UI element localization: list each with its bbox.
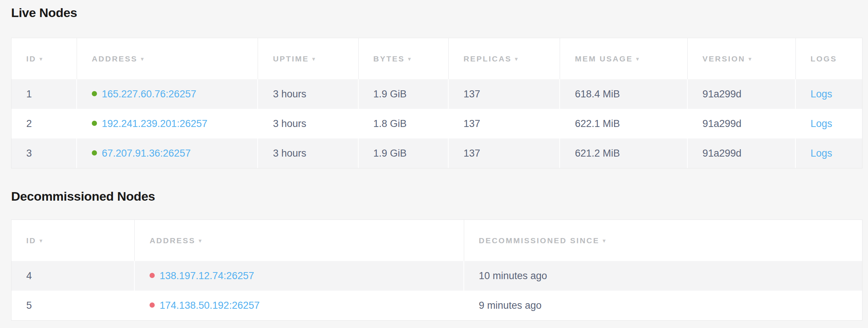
table-row: 2 192.241.239.201:26257 3 hours 1.8 GiB … <box>11 109 862 138</box>
node-id-cell: 5 <box>11 291 135 320</box>
column-header-label: BYTES <box>373 54 405 63</box>
node-version-cell: 91a299d <box>688 79 796 109</box>
sort-arrow-icon: ▾ <box>40 56 42 62</box>
node-address-link[interactable]: 192.241.239.201:26257 <box>102 118 207 129</box>
node-replicas-cell: 137 <box>449 138 560 168</box>
column-header-label: DECOMMISSIONED SINCE <box>479 236 600 245</box>
node-replicas-cell: 137 <box>449 79 560 109</box>
node-mem-usage-cell: 621.2 MiB <box>560 138 688 168</box>
node-uptime-cell: 3 hours <box>258 79 358 109</box>
node-replicas-cell: 137 <box>449 109 560 138</box>
table-row: 5 174.138.50.192:26257 9 minutes ago <box>11 291 862 320</box>
node-mem-usage-cell: 622.1 MiB <box>560 109 688 138</box>
decommissioned-nodes-title: Decommissioned Nodes <box>11 189 862 204</box>
node-bytes-cell: 1.9 GiB <box>359 138 449 168</box>
node-logs-link[interactable]: Logs <box>811 88 832 100</box>
sort-arrow-icon: ▾ <box>141 56 144 62</box>
node-logs-cell: Logs <box>796 109 862 138</box>
node-address-link[interactable]: 67.207.91.36:26257 <box>102 148 191 159</box>
column-header-decommissioned-since[interactable]: DECOMMISSIONED SINCE▾ <box>464 220 862 261</box>
node-id-cell: 2 <box>11 109 77 138</box>
table-row: 1 165.227.60.76:26257 3 hours 1.9 GiB 13… <box>11 79 862 109</box>
node-version-cell: 91a299d <box>688 109 796 138</box>
live-nodes-table: ID▾ ADDRESS▾ UPTIME▾ BYTES▾ REPLICAS▾ ME… <box>11 38 862 168</box>
node-id-cell: 4 <box>11 261 135 291</box>
node-bytes-cell: 1.8 GiB <box>359 109 449 138</box>
column-header-version[interactable]: VERSION▾ <box>688 38 796 79</box>
sort-arrow-icon: ▾ <box>408 56 411 62</box>
node-logs-cell: Logs <box>796 79 862 109</box>
sort-arrow-icon: ▾ <box>199 238 201 244</box>
column-header-label: REPLICAS <box>463 54 512 63</box>
node-bytes-cell: 1.9 GiB <box>359 79 449 109</box>
node-address-cell: 67.207.91.36:26257 <box>77 138 258 168</box>
node-logs-cell: Logs <box>796 138 862 168</box>
column-header-label: VERSION <box>703 54 745 63</box>
column-header-label: ID <box>26 236 36 245</box>
node-address-cell: 192.241.239.201:26257 <box>77 109 258 138</box>
node-address-link[interactable]: 165.227.60.76:26257 <box>102 88 196 100</box>
decommissioned-status-dot-icon <box>150 302 155 308</box>
column-header-replicas[interactable]: REPLICAS▾ <box>449 38 560 79</box>
column-header-label: UPTIME <box>273 54 309 63</box>
node-uptime-cell: 3 hours <box>258 109 358 138</box>
live-nodes-title: Live Nodes <box>11 0 862 20</box>
node-uptime-cell: 3 hours <box>258 138 358 168</box>
table-row: 3 67.207.91.36:26257 3 hours 1.9 GiB 137… <box>11 138 862 168</box>
sort-arrow-icon: ▾ <box>515 56 517 62</box>
column-header-address[interactable]: ADDRESS▾ <box>135 220 464 261</box>
decommissioned-since-cell: 9 minutes ago <box>464 291 862 320</box>
node-address-cell: 174.138.50.192:26257 <box>135 291 464 320</box>
sort-arrow-icon: ▾ <box>748 56 751 62</box>
column-header-label: MEM USAGE <box>575 54 633 63</box>
live-status-dot-icon <box>92 150 97 155</box>
live-nodes-header-row: ID▾ ADDRESS▾ UPTIME▾ BYTES▾ REPLICAS▾ ME… <box>11 38 862 79</box>
node-mem-usage-cell: 618.4 MiB <box>560 79 688 109</box>
sort-arrow-icon: ▾ <box>40 238 42 244</box>
column-header-id[interactable]: ID▾ <box>11 220 135 261</box>
column-header-id[interactable]: ID▾ <box>11 38 77 79</box>
column-header-label: LOGS <box>811 54 837 63</box>
decommissioned-nodes-header-row: ID▾ ADDRESS▾ DECOMMISSIONED SINCE▾ <box>11 220 862 261</box>
column-header-uptime[interactable]: UPTIME▾ <box>258 38 358 79</box>
column-header-logs: LOGS <box>796 38 862 79</box>
table-row: 4 138.197.12.74:26257 10 minutes ago <box>11 261 862 291</box>
live-status-dot-icon <box>92 91 97 96</box>
node-address-link[interactable]: 138.197.12.74:26257 <box>160 270 254 281</box>
column-header-label: ID <box>26 54 36 63</box>
decommissioned-nodes-table: ID▾ ADDRESS▾ DECOMMISSIONED SINCE▾ 4 138… <box>11 220 862 321</box>
sort-arrow-icon: ▾ <box>636 56 639 62</box>
column-header-label: ADDRESS <box>150 236 195 245</box>
column-header-mem-usage[interactable]: MEM USAGE▾ <box>560 38 688 79</box>
sort-arrow-icon: ▾ <box>603 238 606 244</box>
node-address-cell: 138.197.12.74:26257 <box>135 261 464 291</box>
column-header-address[interactable]: ADDRESS▾ <box>77 38 258 79</box>
node-version-cell: 91a299d <box>688 138 796 168</box>
node-logs-link[interactable]: Logs <box>811 118 832 129</box>
decommissioned-nodes-section: Decommissioned Nodes ID▾ ADDRESS▾ DECOMM… <box>11 189 862 321</box>
decommissioned-status-dot-icon <box>150 273 155 278</box>
column-header-bytes[interactable]: BYTES▾ <box>359 38 449 79</box>
node-logs-link[interactable]: Logs <box>811 148 832 159</box>
node-id-cell: 1 <box>11 79 77 109</box>
decommissioned-since-cell: 10 minutes ago <box>464 261 862 291</box>
node-address-cell: 165.227.60.76:26257 <box>77 79 258 109</box>
node-id-cell: 3 <box>11 138 77 168</box>
node-address-link[interactable]: 174.138.50.192:26257 <box>160 300 259 311</box>
live-nodes-section: Live Nodes ID▾ ADDRESS▾ UPTIME▾ BYTES▾ <box>11 0 862 168</box>
column-header-label: ADDRESS <box>92 54 138 63</box>
sort-arrow-icon: ▾ <box>312 56 315 62</box>
live-status-dot-icon <box>92 121 97 126</box>
